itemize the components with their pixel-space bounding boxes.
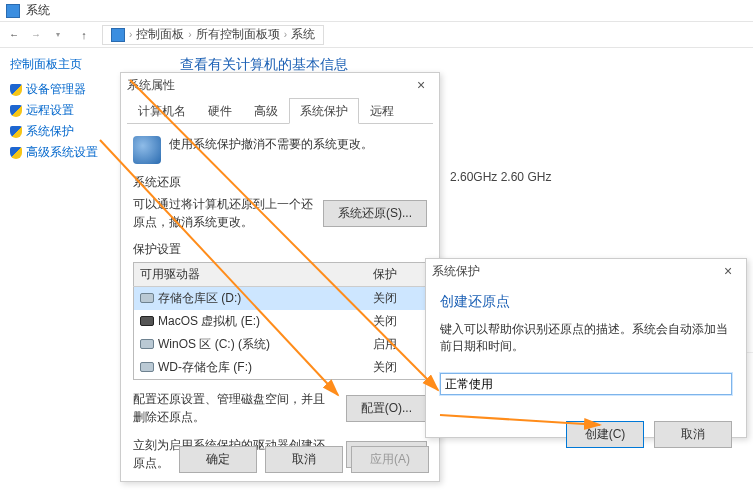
apply-button[interactable]: 应用(A) xyxy=(351,446,429,473)
drive-name: WinOS 区 (C:) (系统) xyxy=(158,337,270,351)
breadcrumb-item[interactable]: 系统 xyxy=(291,26,315,43)
sidebar-item-remote-settings[interactable]: 远程设置 xyxy=(10,102,110,119)
drive-row[interactable]: 存储仓库区 (D:)关闭 xyxy=(134,287,427,311)
create-description: 键入可以帮助你识别还原点的描述。系统会自动添加当前日期和时间。 xyxy=(440,321,732,355)
drive-status: 关闭 xyxy=(367,356,427,380)
cancel-button[interactable]: 取消 xyxy=(654,421,732,448)
section-protect-heading: 保护设置 xyxy=(133,241,427,258)
info-row: 使用系统保护撤消不需要的系统更改。 xyxy=(133,136,427,164)
tab-computer-name[interactable]: 计算机名 xyxy=(127,98,197,124)
sidebar-item-label: 设备管理器 xyxy=(26,81,86,98)
nav-arrows: ← → ▾ xyxy=(6,27,66,43)
close-button[interactable]: × xyxy=(409,77,433,93)
system-properties-dialog: 系统属性 × 计算机名 硬件 高级 系统保护 远程 使用系统保护撤消不需要的系统… xyxy=(120,72,440,482)
tab-hardware[interactable]: 硬件 xyxy=(197,98,243,124)
shield-icon xyxy=(10,126,22,138)
chevron-right-icon: › xyxy=(284,29,287,40)
navigation-bar: ← → ▾ ↑ › 控制面板 › 所有控制面板项 › 系统 xyxy=(0,22,753,48)
nav-up-button[interactable]: ↑ xyxy=(76,27,92,43)
drive-name: 存储仓库区 (D:) xyxy=(158,291,241,305)
cpu-frequency-text: 2.60GHz 2.60 GHz xyxy=(450,170,551,184)
system-icon xyxy=(6,4,20,18)
restore-description: 可以通过将计算机还原到上一个还原点，撤消系统更改。 xyxy=(133,195,313,231)
close-button[interactable]: × xyxy=(716,263,740,279)
sidebar-item-label: 系统保护 xyxy=(26,123,74,140)
shield-icon xyxy=(10,105,22,117)
drive-icon xyxy=(140,293,154,303)
drive-status: 关闭 xyxy=(367,287,427,311)
breadcrumb-icon xyxy=(111,28,125,42)
restore-icon xyxy=(133,136,161,164)
cancel-button[interactable]: 取消 xyxy=(265,446,343,473)
system-restore-button[interactable]: 系统还原(S)... xyxy=(323,200,427,227)
drive-row[interactable]: WD-存储仓库 (F:)关闭 xyxy=(134,356,427,380)
sidebar-item-label: 高级系统设置 xyxy=(26,144,98,161)
chevron-right-icon: › xyxy=(129,29,132,40)
sidebar-item-system-protection[interactable]: 系统保护 xyxy=(10,123,110,140)
drive-row[interactable]: MacOS 虚拟机 (E:)关闭 xyxy=(134,310,427,333)
drive-row[interactable]: WinOS 区 (C:) (系统)启用 xyxy=(134,333,427,356)
control-panel-home-link[interactable]: 控制面板主页 xyxy=(10,56,110,73)
dialog-titlebar: 系统属性 × xyxy=(121,73,439,97)
tab-remote[interactable]: 远程 xyxy=(359,98,405,124)
restore-point-name-input[interactable] xyxy=(440,373,732,395)
nav-back-button[interactable]: ← xyxy=(6,27,22,43)
shield-icon xyxy=(10,84,22,96)
dialog-title: 系统属性 xyxy=(127,77,175,94)
ok-button[interactable]: 确定 xyxy=(179,446,257,473)
info-text: 使用系统保护撤消不需要的系统更改。 xyxy=(169,136,373,153)
chevron-right-icon: › xyxy=(188,29,191,40)
drive-icon xyxy=(140,316,154,326)
sidebar: 控制面板主页 设备管理器 远程设置 系统保护 高级系统设置 xyxy=(10,56,110,165)
col-drive[interactable]: 可用驱动器 xyxy=(134,263,367,287)
drive-name: MacOS 虚拟机 (E:) xyxy=(158,314,260,328)
drive-icon xyxy=(140,362,154,372)
drive-status: 启用 xyxy=(367,333,427,356)
dialog-titlebar: 系统保护 × xyxy=(426,259,746,283)
sidebar-item-advanced-settings[interactable]: 高级系统设置 xyxy=(10,144,110,161)
shield-icon xyxy=(10,147,22,159)
breadcrumb-item[interactable]: 所有控制面板项 xyxy=(196,26,280,43)
dialog-button-row: 创建(C) 取消 xyxy=(440,421,732,448)
sidebar-item-label: 远程设置 xyxy=(26,102,74,119)
create-button[interactable]: 创建(C) xyxy=(566,421,644,448)
dialog-body: 创建还原点 键入可以帮助你识别还原点的描述。系统会自动添加当前日期和时间。 创建… xyxy=(426,283,746,458)
breadcrumb[interactable]: › 控制面板 › 所有控制面板项 › 系统 xyxy=(102,25,324,45)
window-title: 系统 xyxy=(26,2,50,19)
drive-icon xyxy=(140,339,154,349)
window-titlebar: 系统 xyxy=(0,0,753,22)
dialog-title: 系统保护 xyxy=(432,263,480,280)
col-status[interactable]: 保护 xyxy=(367,263,427,287)
section-restore-heading: 系统还原 xyxy=(133,174,427,191)
create-restore-point-dialog: 系统保护 × 创建还原点 键入可以帮助你识别还原点的描述。系统会自动添加当前日期… xyxy=(425,258,747,438)
dialog-button-row: 确定 取消 应用(A) xyxy=(179,446,429,473)
dialog-body: 使用系统保护撤消不需要的系统更改。 系统还原 可以通过将计算机还原到上一个还原点… xyxy=(121,124,439,480)
create-heading: 创建还原点 xyxy=(440,293,732,311)
tab-strip: 计算机名 硬件 高级 系统保护 远程 xyxy=(127,97,433,124)
sidebar-item-device-manager[interactable]: 设备管理器 xyxy=(10,81,110,98)
drive-table: 可用驱动器 保护 存储仓库区 (D:)关闭 MacOS 虚拟机 (E:)关闭 W… xyxy=(133,262,427,380)
configure-description: 配置还原设置、管理磁盘空间，并且删除还原点。 xyxy=(133,390,336,426)
drive-name: WD-存储仓库 (F:) xyxy=(158,360,252,374)
tab-system-protection[interactable]: 系统保护 xyxy=(289,98,359,124)
drive-status: 关闭 xyxy=(367,310,427,333)
nav-forward-button[interactable]: → xyxy=(28,27,44,43)
nav-history-dropdown[interactable]: ▾ xyxy=(50,27,66,43)
breadcrumb-item[interactable]: 控制面板 xyxy=(136,26,184,43)
tab-advanced[interactable]: 高级 xyxy=(243,98,289,124)
configure-button[interactable]: 配置(O)... xyxy=(346,395,427,422)
